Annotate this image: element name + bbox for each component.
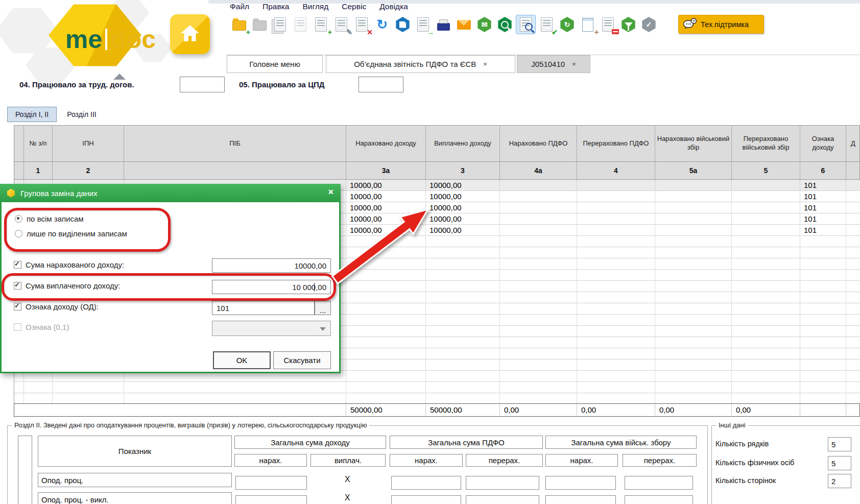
checkbox-disabled-icon xyxy=(14,323,21,331)
print-icon[interactable] xyxy=(434,15,453,34)
payment-icon[interactable] xyxy=(599,15,617,34)
toolbar: + + ✎ ✕ ↻ → ✉ ✔ ↻ ÷ ✓ xyxy=(230,15,658,34)
menu-bar: Файл Правка Вигляд Сервіс Довідка xyxy=(230,2,408,11)
properties-icon[interactable] xyxy=(291,15,310,34)
col-pib[interactable]: ПІБ xyxy=(124,126,346,161)
tab-j0510410[interactable]: J0510410 × xyxy=(517,55,590,73)
filter-icon[interactable] xyxy=(619,15,638,34)
pages-count-value[interactable]: 2 xyxy=(828,474,851,488)
inbox-icon[interactable]: ✉ xyxy=(475,15,494,34)
col-accrued-pdfo[interactable]: Нараховано ПДФО xyxy=(500,126,577,161)
support-label: Тех.підтримка xyxy=(701,20,749,29)
new-report-icon[interactable]: + xyxy=(230,15,249,34)
tab-report[interactable]: Об’єднана звітність ПДФО та ЄСВ × xyxy=(326,55,515,73)
section2-input[interactable] xyxy=(391,476,461,490)
menu-view[interactable]: Вигляд xyxy=(302,2,328,11)
field-04-input[interactable] xyxy=(180,77,225,92)
not-applicable-mark: X xyxy=(345,493,350,502)
col-accrued-income[interactable]: Нараховано доходу xyxy=(346,126,426,161)
subcol-pererah: перерах. xyxy=(623,454,697,467)
col-num[interactable]: № з/п xyxy=(24,126,53,161)
export-icon[interactable]: → xyxy=(414,15,433,34)
income-code-input[interactable]: 101 xyxy=(212,301,315,315)
add-record-icon[interactable]: + xyxy=(312,15,330,34)
col-income-code[interactable]: Ознака доходу xyxy=(800,126,846,161)
logo-doc-text: doc xyxy=(110,25,156,54)
section2-row-label: Опод. проц. - викл. xyxy=(38,492,232,504)
menu-help[interactable]: Довідка xyxy=(379,2,408,11)
col-transferred-pdfo[interactable]: Перераховано ПДФО xyxy=(577,126,655,161)
tech-support-button[interactable]: ? Тех.підтримка xyxy=(678,15,764,34)
edit-record-icon[interactable]: ✎ xyxy=(332,15,351,34)
oznaka-dropdown xyxy=(212,321,331,336)
home-button[interactable] xyxy=(170,14,210,54)
section2-input[interactable] xyxy=(625,495,693,504)
section2-input[interactable] xyxy=(466,495,539,504)
col-accrued-military[interactable]: Нараховано військовий збір xyxy=(655,126,732,161)
dialog-close-icon[interactable]: × xyxy=(328,187,333,198)
table-row[interactable]: 10000,00 xyxy=(350,180,382,191)
tab-section-1-2[interactable]: Розділ I, II xyxy=(7,107,57,122)
table-row[interactable]: 10000,00 xyxy=(350,213,382,225)
menu-file[interactable]: Файл xyxy=(230,2,249,11)
menu-service[interactable]: Сервіс xyxy=(342,2,366,11)
checkbox-income-code[interactable]: Ознака доходу (ОД): xyxy=(14,302,99,311)
logo-divider xyxy=(105,29,107,50)
search-registry-icon[interactable] xyxy=(495,15,514,34)
section2-input[interactable] xyxy=(466,476,539,490)
calc-icon[interactable]: ÷ xyxy=(578,15,597,34)
section2-input[interactable] xyxy=(545,476,616,490)
col-paid-income[interactable]: Виплачено доходу xyxy=(426,126,500,161)
send-report-icon[interactable] xyxy=(455,15,473,34)
table-row[interactable]: 10000,00 xyxy=(350,225,382,236)
income-code-picker-button[interactable]: ... xyxy=(315,301,331,315)
check-document-icon[interactable]: ✔ xyxy=(537,15,556,34)
table-row[interactable]: 10000,00 xyxy=(350,202,382,213)
rows-count-value[interactable]: 5 xyxy=(828,437,851,451)
dialog-title-bar[interactable]: Групова заміна даних × xyxy=(0,184,341,202)
sync-icon[interactable]: ↻ xyxy=(373,15,392,34)
menu-edit[interactable]: Правка xyxy=(262,2,289,11)
home-icon xyxy=(179,23,201,45)
section2-group-military: Загальна сума військ. збору xyxy=(545,436,697,449)
section2-input[interactable] xyxy=(391,495,461,504)
tab-main-menu-label: Головне меню xyxy=(249,60,300,68)
collapse-panel-icon[interactable] xyxy=(113,74,126,80)
tab-section-3[interactable]: Розділ III xyxy=(58,107,106,122)
update-icon[interactable]: ↻ xyxy=(558,15,577,34)
copy-icon[interactable] xyxy=(271,15,290,34)
total-transferred-pdfo: 0,00 xyxy=(581,404,596,416)
section2-input[interactable] xyxy=(235,476,307,490)
services-icon[interactable]: ✓ xyxy=(639,15,658,34)
tab-report-close-icon[interactable]: × xyxy=(483,60,487,68)
dialog-app-icon xyxy=(7,189,15,198)
col-next-partial[interactable]: Д xyxy=(846,126,860,161)
tab-main-menu[interactable]: Головне меню xyxy=(227,55,323,73)
delete-record-icon[interactable]: ✕ xyxy=(352,15,371,34)
persons-count-value[interactable]: 5 xyxy=(828,456,851,470)
not-applicable-mark: X xyxy=(345,475,350,484)
ok-button[interactable]: OK xyxy=(213,351,271,369)
hex-pattern-decoration xyxy=(0,7,58,54)
checkbox-accrued-income[interactable]: Сума нарахованого доходу: xyxy=(14,260,124,269)
col-ipn[interactable]: ІПН xyxy=(53,126,124,161)
cancel-button[interactable]: Скасувати xyxy=(273,351,331,369)
section2-pokaznyk-header: Показник xyxy=(38,436,232,467)
annotation-paid-income-row xyxy=(2,273,336,301)
section2-input[interactable] xyxy=(545,495,616,504)
medoc-logo: me doc xyxy=(65,25,156,54)
section-2-panel: Розділ ІІ. Зведені дані про оподаткуванн… xyxy=(7,425,708,504)
tab-j0510410-close-icon[interactable]: × xyxy=(572,60,576,68)
save-icon[interactable] xyxy=(393,15,412,34)
col-transferred-military[interactable]: Перераховано військовий збір xyxy=(732,126,800,161)
section2-input[interactable] xyxy=(235,495,307,504)
section2-input[interactable] xyxy=(625,476,693,490)
checkbox-checked-icon[interactable] xyxy=(14,303,21,310)
field-05-input[interactable] xyxy=(359,77,403,92)
checkbox-checked-icon[interactable] xyxy=(14,261,21,269)
accrued-income-input[interactable]: 10000,00 xyxy=(212,258,331,273)
open-icon[interactable] xyxy=(250,15,269,34)
subcol-pererah: перерах. xyxy=(466,454,543,467)
preview-icon[interactable] xyxy=(516,15,536,34)
table-row[interactable]: 10000,00 xyxy=(350,191,382,202)
